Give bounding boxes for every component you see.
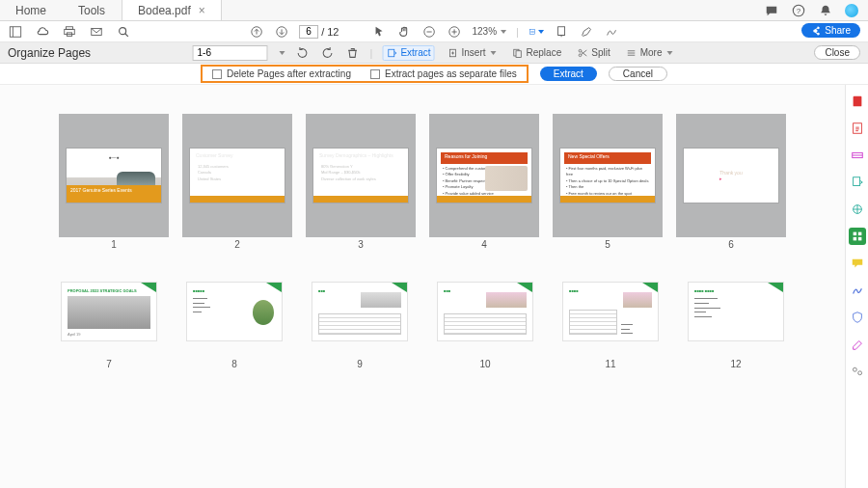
svg-rect-24 <box>516 50 521 57</box>
tab-document[interactable]: Bodea.pdf × <box>122 0 222 20</box>
page-thumb-7[interactable]: PROPOSAL 2022 STRATEGIC GOALS April 19 <box>61 282 157 341</box>
hand-icon[interactable] <box>397 24 413 40</box>
page-num: 1 <box>111 239 117 253</box>
svg-rect-5 <box>65 29 75 34</box>
side-edit-icon[interactable] <box>849 147 866 164</box>
highlight-icon[interactable] <box>579 24 594 40</box>
page-thumb-11[interactable]: ■■■■ ▬▬▬▬▬▬▬▬▬▬▬ <box>562 282 659 341</box>
side-more-tools-icon[interactable] <box>849 363 866 380</box>
page-num: 3 <box>358 239 364 253</box>
page-thumb-4[interactable]: Reasons for Joining • Comprehend the cus… <box>429 114 539 237</box>
page-thumb-9[interactable]: ■■■ <box>312 282 408 341</box>
cancel-button[interactable]: Cancel <box>609 67 667 81</box>
bell-icon[interactable] <box>818 3 833 18</box>
search-icon[interactable] <box>116 24 131 40</box>
page-num: 2 <box>234 239 240 253</box>
rotate-ccw-icon[interactable] <box>295 45 311 61</box>
split-tool[interactable]: Split <box>574 46 612 60</box>
sidebar-toggle-icon[interactable] <box>8 24 23 40</box>
page-counter: / 12 <box>299 25 339 39</box>
range-dropdown-icon[interactable] <box>280 51 285 55</box>
side-sign-icon[interactable] <box>849 282 866 299</box>
svg-rect-30 <box>853 96 861 107</box>
tab-document-label: Bodea.pdf <box>138 4 191 17</box>
svg-rect-36 <box>853 232 856 236</box>
page-num: 6 <box>728 239 734 253</box>
page-thumb-5[interactable]: New Special Offers • First four months p… <box>553 114 663 237</box>
more-tool-label: More <box>640 47 663 58</box>
side-organize-icon[interactable] <box>849 228 866 245</box>
insert-tool-label: Insert <box>462 47 486 58</box>
insert-tool[interactable]: Insert <box>445 46 500 60</box>
delete-after-checkbox[interactable]: Delete Pages after extracting <box>212 68 351 79</box>
save-cloud-icon[interactable] <box>35 24 50 40</box>
print-icon[interactable] <box>62 24 77 40</box>
trash-icon[interactable] <box>345 45 361 61</box>
organize-title: Organize Pages <box>8 46 91 60</box>
zoom-in-icon[interactable] <box>448 24 463 40</box>
page-total: 12 <box>327 25 339 37</box>
thumbnail-workspace: ●―● 2017 Genuine Series Events 1 Custome… <box>0 85 845 488</box>
mail-icon[interactable] <box>89 24 104 40</box>
read-aloud-icon[interactable] <box>554 24 569 40</box>
tab-tools[interactable]: Tools <box>63 0 122 20</box>
next-page-icon[interactable] <box>274 24 289 40</box>
close-orgbar-button[interactable]: Close <box>814 45 860 60</box>
page-current-input[interactable] <box>299 25 318 39</box>
separate-files-label: Extract pages as separate files <box>385 68 517 79</box>
page-thumb-12[interactable]: ■■■■ ■■■■ ▬▬▬▬▬▬▬▬▬▬▬▬▬▬▬▬▬▬▬▬▬▬▬▬▬▬▬▬▬▬… <box>688 282 784 341</box>
sign-draw-icon[interactable] <box>604 24 619 40</box>
extract-tool-label: Extract <box>400 47 430 58</box>
page-thumb-10[interactable]: ■■■ <box>437 282 533 341</box>
page-num: 7 <box>106 359 112 372</box>
rotate-cw-icon[interactable] <box>320 45 336 61</box>
prev-page-icon[interactable] <box>249 24 264 40</box>
side-comment-icon[interactable] <box>849 255 866 272</box>
side-export-icon[interactable] <box>849 174 866 191</box>
svg-rect-37 <box>857 232 861 236</box>
side-tools-panel <box>845 85 868 488</box>
page-num: 11 <box>605 359 615 372</box>
svg-rect-38 <box>853 237 856 241</box>
chat-icon[interactable] <box>764 3 779 18</box>
svg-rect-18 <box>557 26 564 35</box>
extract-options-highlight: Delete Pages after extracting Extract pa… <box>201 65 529 83</box>
page-thumb-3[interactable]: Survey Demographics – Highlights 80% Gen… <box>306 114 416 237</box>
more-tool[interactable]: More <box>623 46 676 60</box>
fit-width-icon[interactable] <box>529 24 544 40</box>
pointer-icon[interactable] <box>372 24 388 40</box>
avatar[interactable] <box>845 4 858 17</box>
share-label: Share <box>825 25 851 36</box>
svg-point-8 <box>120 27 126 34</box>
svg-line-9 <box>125 33 128 36</box>
help-icon[interactable]: ? <box>791 3 806 18</box>
side-share-icon[interactable] <box>849 201 866 218</box>
page-range-input[interactable] <box>193 45 268 61</box>
zoom-out-icon[interactable] <box>422 24 438 40</box>
page-thumb-2[interactable]: Customer Survey 12,345 customersCanadaUn… <box>182 114 292 237</box>
tab-home[interactable]: Home <box>0 0 63 20</box>
side-fill-icon[interactable] <box>849 336 866 353</box>
tab-bar: Home Tools Bodea.pdf × ? <box>0 0 868 21</box>
page-thumb-6[interactable]: Thank you▸ <box>676 114 786 237</box>
side-protect-icon[interactable] <box>849 309 866 326</box>
separate-files-checkbox[interactable]: Extract pages as separate files <box>370 68 517 79</box>
extract-tool[interactable]: Extract <box>382 45 434 61</box>
svg-rect-39 <box>857 237 861 241</box>
page-thumb-8[interactable]: ■■■■■ ▬▬▬▬▬▬▬▬▬▬▬▬▬▬▬▬▬▬ <box>186 282 283 341</box>
zoom-value[interactable]: 123% <box>473 26 507 37</box>
page-thumb-1[interactable]: ●―● 2017 Genuine Series Events <box>59 114 169 237</box>
share-button[interactable]: Share <box>801 23 860 38</box>
side-create-icon[interactable] <box>849 120 866 137</box>
organize-bar: Organize Pages | Extract Insert Replace … <box>0 42 868 64</box>
svg-text:?: ? <box>797 6 801 14</box>
side-pdf-icon[interactable] <box>849 93 866 110</box>
split-tool-label: Split <box>591 47 610 58</box>
close-tab-icon[interactable]: × <box>199 4 205 17</box>
replace-tool[interactable]: Replace <box>509 46 565 60</box>
extract-options-bar: Delete Pages after extracting Extract pa… <box>0 64 868 85</box>
extract-button[interactable]: Extract <box>540 67 597 81</box>
svg-rect-2 <box>10 26 20 37</box>
main-toolbar: / 12 123% | Share <box>0 21 868 42</box>
svg-point-40 <box>853 367 856 371</box>
